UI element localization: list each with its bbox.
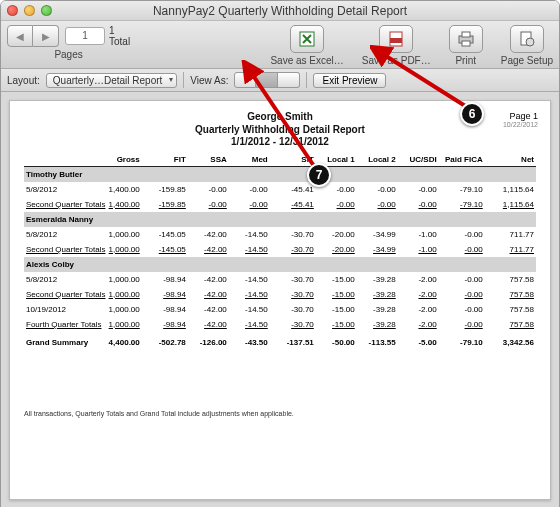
print-button[interactable] xyxy=(449,25,483,53)
layout-dropdown[interactable]: Quarterly…Detail Report xyxy=(46,73,177,88)
cell: -0.00 xyxy=(357,197,398,212)
cell: -34.99 xyxy=(357,242,398,257)
cell: -98.94 xyxy=(142,302,188,317)
save-excel-group: Save as Excel… xyxy=(270,25,343,66)
column-header: SIT xyxy=(270,153,316,167)
cell: -39.28 xyxy=(357,317,398,332)
cell: 757.58 xyxy=(485,272,536,287)
viewas-label: View As: xyxy=(190,75,228,86)
cell: -2.00 xyxy=(398,317,439,332)
cell: Timothy Butler xyxy=(24,166,536,182)
cell: -137.51 xyxy=(270,332,316,350)
cell: -0.00 xyxy=(439,272,485,287)
cell: -39.28 xyxy=(357,302,398,317)
save-excel-button[interactable] xyxy=(290,25,324,53)
cell: 1,000.00 xyxy=(96,272,142,287)
table-header-row: GrossFITSSAMedSITLocal 1Local 2UC/SDIPai… xyxy=(24,153,536,167)
cell: -2.00 xyxy=(398,287,439,302)
cell: -0.00 xyxy=(229,197,270,212)
column-header: SSA xyxy=(188,153,229,167)
cell: -0.00 xyxy=(398,182,439,197)
cell: -14.50 xyxy=(229,227,270,242)
print-group: Print xyxy=(449,25,483,66)
grand-summary-row: Grand Summary4,400.00-502.78-126.00-43.5… xyxy=(24,332,536,350)
save-pdf-group: Save as PDF… xyxy=(362,25,431,66)
employee-row: Esmeralda Nanny xyxy=(24,212,536,227)
view-table-button[interactable] xyxy=(278,72,300,88)
cell: -1.00 xyxy=(398,242,439,257)
save-pdf-button[interactable] xyxy=(379,25,413,53)
svg-rect-4 xyxy=(462,32,470,37)
print-label: Print xyxy=(455,55,476,66)
table-row: 10/19/20121,000.00-98.94-42.00-14.50-30.… xyxy=(24,302,536,317)
page-setup-button[interactable] xyxy=(510,25,544,53)
report-title: Quarterly Withholding Detail Report xyxy=(24,124,536,137)
quarter-total-row: Second Quarter Totals1,400.00-159.85-0.0… xyxy=(24,197,536,212)
cell: -39.28 xyxy=(357,272,398,287)
view-form-button[interactable] xyxy=(234,72,256,88)
cell: -20.00 xyxy=(316,227,357,242)
cell: Grand Summary xyxy=(24,332,96,350)
quarter-total-row: Second Quarter Totals1,000.00-145.05-42.… xyxy=(24,242,536,257)
titlebar: NannyPay2 Quarterly Withholding Detail R… xyxy=(1,1,559,21)
exit-preview-button[interactable]: Exit Preview xyxy=(313,73,386,88)
cell: -42.00 xyxy=(188,317,229,332)
cell: -50.00 xyxy=(316,332,357,350)
cell: -0.00 xyxy=(229,182,270,197)
pages-label: Pages xyxy=(54,49,82,60)
layout-label: Layout: xyxy=(7,75,40,86)
page-corner: Page 1 10/22/2012 xyxy=(503,111,538,128)
cell: -45.41 xyxy=(270,182,316,197)
cell: -0.00 xyxy=(188,182,229,197)
view-list-button[interactable] xyxy=(256,72,278,88)
page-number-input[interactable]: 1 xyxy=(65,27,105,45)
divider xyxy=(183,72,184,88)
cell: 1,400.00 xyxy=(96,182,142,197)
cell: -145.05 xyxy=(142,227,188,242)
cell: 5/8/2012 xyxy=(24,182,96,197)
quarter-total-row: Fourth Quarter Totals1,000.00-98.94-42.0… xyxy=(24,317,536,332)
prev-page-button[interactable]: ◀ xyxy=(7,25,33,47)
save-excel-label: Save as Excel… xyxy=(270,55,343,66)
cell: -15.00 xyxy=(316,287,357,302)
page-date: 10/22/2012 xyxy=(503,121,538,128)
cell: 1,000.00 xyxy=(96,302,142,317)
cell: Second Quarter Totals xyxy=(24,287,96,302)
cell: -15.00 xyxy=(316,272,357,287)
cell: -15.00 xyxy=(316,317,357,332)
page-setup-icon xyxy=(518,30,536,48)
cell: -30.70 xyxy=(270,227,316,242)
column-header: FIT xyxy=(142,153,188,167)
cell: -126.00 xyxy=(188,332,229,350)
cell: -42.00 xyxy=(188,287,229,302)
cell: 3,342.56 xyxy=(485,332,536,350)
column-header xyxy=(24,153,96,167)
save-pdf-label: Save as PDF… xyxy=(362,55,431,66)
report-table: GrossFITSSAMedSITLocal 1Local 2UC/SDIPai… xyxy=(24,153,536,350)
next-page-button[interactable]: ▶ xyxy=(33,25,59,47)
cell: -79.10 xyxy=(439,197,485,212)
cell: -98.94 xyxy=(142,317,188,332)
cell: -113.55 xyxy=(357,332,398,350)
cell: -39.28 xyxy=(357,287,398,302)
cell: Fourth Quarter Totals xyxy=(24,317,96,332)
window-title: NannyPay2 Quarterly Withholding Detail R… xyxy=(1,4,559,18)
cell: -30.70 xyxy=(270,317,316,332)
column-header: Med xyxy=(229,153,270,167)
page-setup-group: Page Setup xyxy=(501,25,553,66)
divider xyxy=(306,72,307,88)
report-range: 1/1/2012 - 12/31/2012 xyxy=(24,136,536,149)
employee-row: Alexis Colby xyxy=(24,257,536,272)
callout-7: 7 xyxy=(307,163,331,187)
cell: -0.00 xyxy=(439,287,485,302)
cell: -30.70 xyxy=(270,287,316,302)
cell: -1.00 xyxy=(398,227,439,242)
svg-rect-2 xyxy=(390,38,402,43)
employee-row: Timothy Butler xyxy=(24,166,536,182)
report-footnote: All transactions, Quarterly Totals and G… xyxy=(24,410,536,417)
cell: -42.00 xyxy=(188,302,229,317)
cell: -42.00 xyxy=(188,227,229,242)
column-header: Net xyxy=(485,153,536,167)
cell: Esmeralda Nanny xyxy=(24,212,536,227)
cell: 4,400.00 xyxy=(96,332,142,350)
